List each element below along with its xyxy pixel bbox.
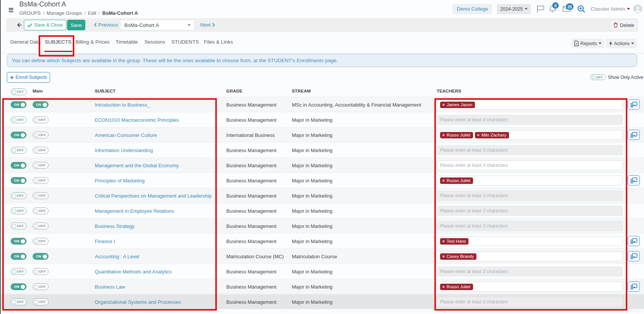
table-header: OFF Main SUBJECT GRADE STREAM TEACHERS <box>0 86 644 97</box>
chevron-right-icon <box>212 23 215 27</box>
remove-teacher-icon[interactable]: × <box>477 133 479 137</box>
subject-active-toggle-off[interactable]: OFF <box>11 207 27 214</box>
subject-link[interactable]: Information Understanding <box>95 148 153 153</box>
breadcrumb-manage-groups[interactable]: Manage Groups <box>47 10 82 16</box>
subject-main-toggle-off[interactable]: OFF <box>33 238 49 245</box>
teachers-select-input[interactable]: ×James Jason <box>437 100 623 110</box>
subject-active-toggle-on[interactable]: ON <box>11 283 27 290</box>
remove-teacher-icon[interactable]: × <box>442 178 445 183</box>
subject-main-toggle-off[interactable]: OFF <box>33 283 49 290</box>
back-arrow-icon[interactable] <box>16 22 23 28</box>
teacher-tag: ×James Jason <box>440 102 475 108</box>
breadcrumb-edit[interactable]: Edit <box>88 10 96 16</box>
tab-students[interactable]: STUDENTS <box>171 39 199 53</box>
user-menu[interactable]: Classter Admin <box>591 5 642 13</box>
subject-active-toggle-off[interactable]: OFF <box>11 268 27 275</box>
remove-teacher-icon[interactable]: × <box>442 254 445 259</box>
subject-link[interactable]: Finance I <box>95 239 115 244</box>
notifications-bell-icon[interactable]: 0 <box>549 5 556 13</box>
subject-link[interactable]: Organizational Systems and Processes <box>95 299 181 305</box>
remove-teacher-icon[interactable]: × <box>442 239 445 243</box>
subject-active-toggle-on[interactable]: ON <box>11 238 27 245</box>
subject-main-toggle-off[interactable]: OFF <box>33 268 49 275</box>
teachers-select-input[interactable]: ×Test Hans <box>437 236 623 246</box>
subject-main-toggle-off[interactable]: OFF <box>33 207 49 214</box>
teachers-select-input[interactable]: ×Russo Juliet <box>437 176 623 185</box>
subject-main-toggle-off[interactable]: OFF <box>33 132 49 138</box>
subject-link[interactable]: Accounting : A Level <box>95 254 139 259</box>
subject-active-toggle-on[interactable]: ON <box>11 253 27 260</box>
tab-timetable[interactable]: Timetable <box>116 39 138 53</box>
previous-button[interactable]: Previous <box>94 22 118 28</box>
subject-main-toggle-off[interactable]: OFF <box>33 162 49 169</box>
next-button[interactable]: Next <box>200 22 215 28</box>
group-selector[interactable]: BsMa-Cohort A <box>120 20 195 30</box>
subject-link[interactable]: American Consumer Culture <box>95 132 157 138</box>
header-all-toggle[interactable]: OFF <box>11 88 27 95</box>
tab-files-links[interactable]: Files & Links <box>204 39 233 53</box>
subject-main-toggle-off[interactable]: OFF <box>33 192 49 199</box>
subject-active-toggle-off[interactable]: OFF <box>11 298 27 305</box>
subject-link[interactable]: ECON1010 Macroeconomic Principles <box>95 117 179 123</box>
teacher-tag: ×Russo Juliet <box>440 177 473 184</box>
subject-active-toggle-off[interactable]: OFF <box>11 192 27 199</box>
enroll-subjects-button[interactable]: Enroll Subjects <box>7 72 50 83</box>
tab-sessions[interactable]: Sessions <box>144 39 165 53</box>
assign-teacher-sessions-button[interactable] <box>628 251 640 261</box>
save-button[interactable]: Save <box>67 20 85 30</box>
subject-main-toggle-off[interactable]: OFF <box>33 177 49 184</box>
teachers-select-input[interactable]: Please enter at least 3 characters <box>437 160 623 170</box>
flag-icon[interactable] <box>536 5 545 13</box>
subject-main-toggle-off[interactable]: OFF <box>33 147 49 154</box>
assign-teacher-sessions-button[interactable] <box>628 130 640 140</box>
teachers-select-input[interactable]: ×Russo Juliet <box>437 282 623 292</box>
subject-link[interactable]: Quantitative Methods and Analytics <box>95 269 172 275</box>
subject-link[interactable]: Principles of Marketing <box>95 178 145 184</box>
subject-link[interactable]: Introduction to Business_ <box>95 102 150 108</box>
subject-link[interactable]: Business Strategy <box>95 223 135 229</box>
subject-active-toggle-on[interactable]: ON <box>11 177 27 184</box>
messages-icon[interactable]: 25 <box>563 6 571 12</box>
subject-active-toggle-on[interactable]: ON <box>11 132 27 138</box>
teachers-select-input[interactable]: ×Casey Brandy <box>437 251 623 261</box>
subject-link[interactable]: Management in Employee Relations <box>95 208 174 214</box>
subject-link[interactable]: Business Law <box>95 284 125 290</box>
show-only-active-toggle[interactable]: OFF <box>590 74 606 80</box>
college-button[interactable]: Demo College <box>453 4 492 14</box>
assign-teacher-sessions-button[interactable] <box>628 281 640 292</box>
subject-main-toggle-off[interactable]: OFF <box>33 223 49 229</box>
grade-value: Business Management <box>226 299 276 305</box>
teachers-select-input[interactable]: ×Russo Juliet×Milo Zachary <box>437 130 623 140</box>
delete-button[interactable]: Delete <box>610 19 638 31</box>
year-selector[interactable]: 2024-2025 <box>497 4 531 14</box>
subject-active-toggle-off[interactable]: OFF <box>11 116 27 123</box>
tab-subjects[interactable]: SUBJECTS <box>45 39 72 53</box>
subject-active-toggle-off[interactable]: OFF <box>11 147 27 154</box>
actions-button[interactable]: Actions <box>606 39 637 48</box>
subject-main-toggle-on[interactable]: ON <box>33 101 49 108</box>
tab-general-data[interactable]: General Data <box>10 39 41 53</box>
subject-main-toggle-off[interactable]: OFF <box>33 298 49 305</box>
hamburger-menu-icon[interactable] <box>9 8 13 12</box>
subject-row: OFFOFFManagement in Employee RelationsBu… <box>0 203 644 218</box>
subject-main-toggle-on[interactable]: ON <box>33 253 49 260</box>
save-and-close-button[interactable]: Save & Close <box>24 20 66 30</box>
header-teachers: TEACHERS <box>437 89 461 93</box>
subject-row: OFFOFFCritical Perspectives on Managemen… <box>0 188 644 203</box>
tab-billing-prices[interactable]: Billing & Prices <box>75 39 110 53</box>
subject-main-toggle-off[interactable]: OFF <box>33 116 49 123</box>
assign-teacher-sessions-button[interactable] <box>628 236 640 246</box>
subject-active-toggle-on[interactable]: ON <box>11 162 27 169</box>
subject-link[interactable]: Management and the Global Economy <box>95 163 179 168</box>
subject-link[interactable]: Critical Perspectives on Management and … <box>95 193 212 199</box>
subject-active-toggle-on[interactable]: ON <box>11 101 27 108</box>
assign-teacher-sessions-button[interactable] <box>628 175 640 185</box>
search-zoom-icon[interactable] <box>577 5 585 13</box>
breadcrumb-groups[interactable]: GROUPS <box>19 10 41 16</box>
remove-teacher-icon[interactable]: × <box>442 284 445 289</box>
subject-active-toggle-off[interactable]: OFF <box>11 223 27 229</box>
remove-teacher-icon[interactable]: × <box>442 133 445 137</box>
remove-teacher-icon[interactable]: × <box>442 102 445 107</box>
reports-button[interactable]: Reports <box>572 39 604 48</box>
assign-teacher-sessions-button[interactable] <box>628 99 640 110</box>
